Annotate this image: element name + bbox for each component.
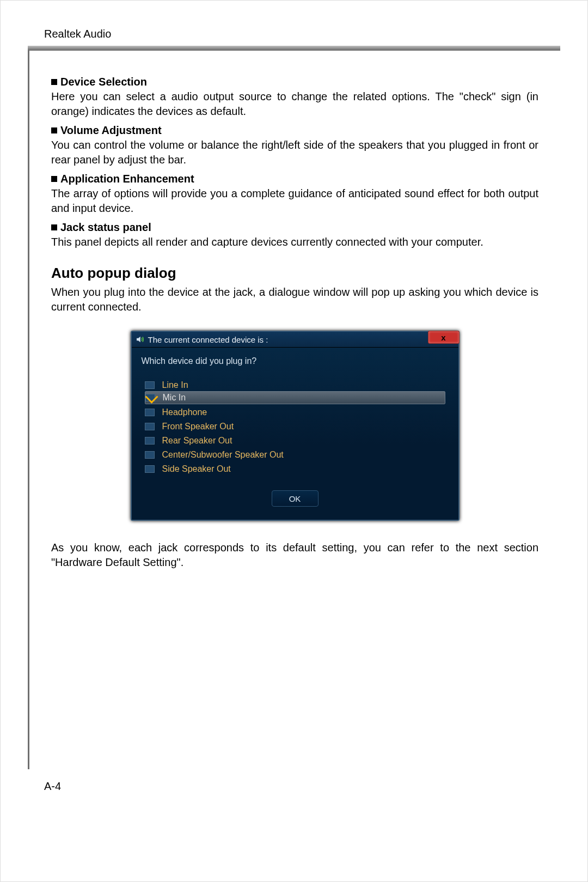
- feature-block: Device Selection Here you can select a a…: [51, 76, 538, 119]
- device-option-center-subwoofer[interactable]: Center/Subwoofer Speaker Out: [145, 448, 445, 462]
- feature-block: Application Enhancement The array of opt…: [51, 173, 538, 216]
- dialog-body: Which device did you plug in? Line In Mi…: [132, 348, 458, 520]
- feature-title: Application Enhancement: [60, 173, 194, 185]
- checkbox-icon: [145, 381, 155, 389]
- checkbox-icon: [145, 437, 155, 445]
- auto-popup-intro: When you plug into the device at the jac…: [51, 285, 538, 314]
- bullet-square-icon: [51, 127, 57, 133]
- feature-body: You can control the volume or balance th…: [51, 138, 538, 167]
- device-option-rear-speaker[interactable]: Rear Speaker Out: [145, 434, 445, 448]
- feature-title: Jack status panel: [60, 221, 151, 233]
- feature-body: The array of options will provide you a …: [51, 186, 538, 216]
- dialog-title: The current connected device is :: [148, 335, 268, 344]
- header-divider: [28, 46, 560, 50]
- feature-heading: Application Enhancement: [51, 173, 538, 185]
- close-button[interactable]: x: [428, 331, 460, 344]
- ok-button-label: OK: [289, 494, 301, 503]
- dialog-screenshot: The current connected device is : x Whic…: [51, 331, 538, 521]
- closing-paragraph: As you know, each jack corresponds to it…: [51, 540, 538, 570]
- checkbox-icon: [145, 465, 155, 473]
- device-label: Front Speaker Out: [162, 422, 234, 431]
- device-label: Center/Subwoofer Speaker Out: [162, 450, 284, 460]
- document-page: Realtek Audio Device Selection Here you …: [0, 0, 588, 882]
- feature-heading: Device Selection: [51, 76, 538, 88]
- dialog-actions: OK: [142, 490, 449, 507]
- device-label: Line In: [162, 380, 188, 390]
- dialog-titlebar: The current connected device is : x: [132, 332, 458, 348]
- checkbox-icon: [145, 451, 155, 459]
- section-heading-auto-popup: Auto popup dialog: [51, 265, 538, 282]
- feature-body: This panel depicts all render and captur…: [51, 235, 538, 250]
- checkbox-icon: [145, 423, 155, 430]
- device-option-mic-in[interactable]: Mic In: [145, 391, 445, 404]
- device-list: Line In Mic In Headphone Front Spea: [145, 378, 445, 476]
- feature-block: Jack status panel This panel depicts all…: [51, 221, 538, 250]
- device-option-headphone[interactable]: Headphone: [145, 405, 445, 419]
- content-frame: Device Selection Here you can select a a…: [28, 50, 560, 769]
- device-option-front-speaker[interactable]: Front Speaker Out: [145, 419, 445, 434]
- ok-button[interactable]: OK: [272, 490, 318, 507]
- feature-block: Volume Adjustment You can control the vo…: [51, 124, 538, 167]
- device-label: Side Speaker Out: [162, 464, 231, 474]
- close-icon: x: [441, 333, 445, 342]
- feature-title: Volume Adjustment: [60, 124, 162, 136]
- speaker-icon: [135, 334, 145, 344]
- device-option-side-speaker[interactable]: Side Speaker Out: [145, 462, 445, 476]
- device-dialog: The current connected device is : x Whic…: [131, 331, 460, 521]
- feature-title: Device Selection: [60, 76, 147, 88]
- device-label: Mic In: [163, 393, 186, 403]
- device-option-line-in[interactable]: Line In: [145, 378, 445, 392]
- device-label: Rear Speaker Out: [162, 436, 232, 446]
- feature-body: Here you can select a audio output sourc…: [51, 89, 538, 119]
- bullet-square-icon: [51, 79, 57, 85]
- device-label: Headphone: [162, 407, 207, 417]
- feature-heading: Jack status panel: [51, 221, 538, 234]
- checkbox-icon: [145, 409, 155, 416]
- checkbox-checked-icon: [145, 394, 155, 402]
- running-head: Realtek Audio: [44, 28, 560, 40]
- bullet-square-icon: [51, 176, 57, 182]
- bullet-square-icon: [51, 224, 57, 230]
- page-number: A-4: [44, 780, 560, 793]
- dialog-question: Which device did you plug in?: [142, 356, 449, 366]
- feature-heading: Volume Adjustment: [51, 124, 538, 137]
